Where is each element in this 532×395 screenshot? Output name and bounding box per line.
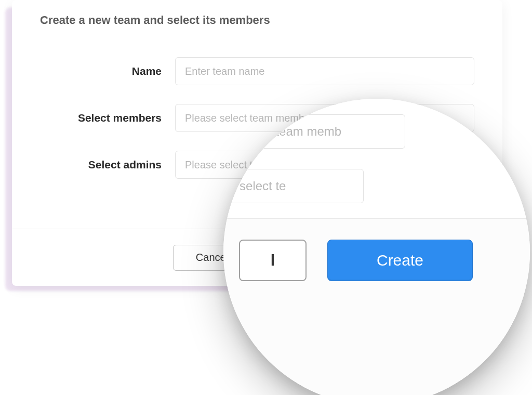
magnified-admins-input: Please select te [223, 169, 364, 203]
magnify-content: Please select team memb Please select te… [223, 99, 530, 395]
name-input-wrap [175, 57, 474, 85]
members-label: Select members [40, 112, 175, 124]
magnified-cancel-button[interactable]: l [239, 240, 307, 281]
magnified-create-label: Create [377, 252, 423, 269]
name-label: Name [40, 65, 175, 77]
modal-title: Create a new team and select its members [40, 14, 474, 27]
team-name-input[interactable] [175, 57, 474, 85]
form-row-name: Name [40, 57, 474, 85]
magnified-cancel-label: l [271, 252, 275, 269]
magnify-lens: Please select team memb Please select te… [223, 99, 530, 395]
magnified-create-button[interactable]: Create [327, 240, 473, 281]
modal-header: Create a new team and select its members [12, 0, 502, 32]
admins-label: Select admins [40, 159, 175, 171]
